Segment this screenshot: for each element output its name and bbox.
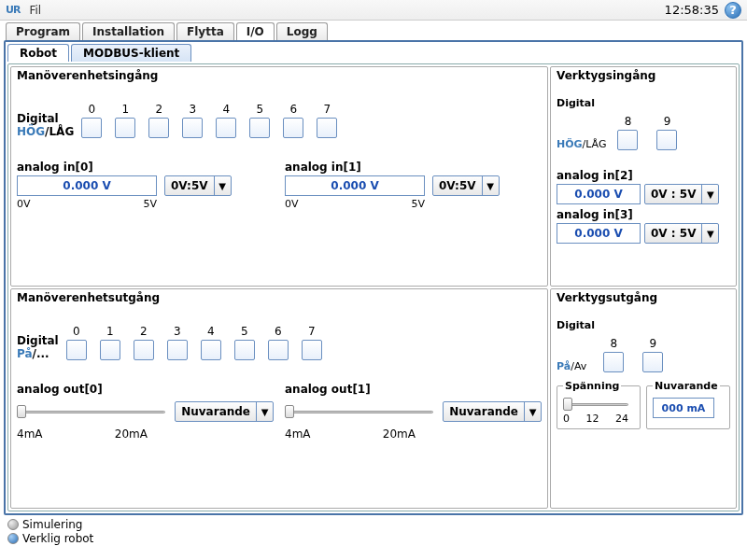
clock: 12:58:35: [665, 3, 719, 17]
voltage-legend: Spänning: [563, 380, 621, 392]
digital-label: Digital: [557, 319, 730, 331]
digital-input-6[interactable]: [283, 118, 303, 138]
digital-input-8[interactable]: [617, 130, 638, 150]
section-title: Manöverenhetsutgång: [17, 291, 542, 304]
dig-num: 5: [241, 325, 248, 338]
digital-output-0[interactable]: [66, 340, 87, 360]
digital-input-9[interactable]: [656, 130, 677, 150]
analog-out-0-slider[interactable]: [17, 405, 165, 418]
menu-file[interactable]: Fil: [29, 4, 41, 17]
tab-program[interactable]: Program: [6, 22, 80, 40]
analog-out-1-slider[interactable]: [285, 405, 433, 418]
analog-out-0-mode[interactable]: Nuvarande▼: [175, 401, 274, 422]
hog-label: HÖG: [17, 125, 45, 138]
digital-output-9[interactable]: [642, 352, 663, 372]
sub-tab-modbus[interactable]: MODBUS-klient: [71, 44, 191, 62]
scale-lo: 4mA: [17, 427, 43, 441]
digital-output-5[interactable]: [234, 340, 255, 360]
section-title: Verktygsingång: [557, 69, 730, 82]
tab-flytta[interactable]: Flytta: [176, 22, 234, 40]
scale-lo: 0V: [285, 198, 299, 210]
analog-out-1-label: analog out[1]: [285, 383, 542, 396]
dig-num: 8: [625, 115, 632, 128]
analog-in-0-range[interactable]: 0V:5V ▼: [164, 175, 232, 196]
dig-num: 8: [610, 337, 617, 350]
chevron-down-icon: ▼: [701, 224, 718, 243]
analog-in-1-value: 0.000 V: [285, 175, 425, 196]
simulation-indicator-icon[interactable]: [7, 519, 19, 530]
scale-hi: 20mA: [115, 427, 148, 441]
dig-num: 4: [222, 103, 230, 116]
dig-num: 9: [649, 337, 656, 350]
scale-lo: 0V: [17, 198, 31, 210]
slider-thumb[interactable]: [285, 405, 294, 418]
dig-num: 7: [308, 325, 316, 338]
lag-label: /LÅG: [583, 138, 607, 150]
section-tool-input: Verktygsingång Digital HÖG/LÅG 8 9 analo…: [550, 66, 737, 287]
analog-in-2-range[interactable]: 0V : 5V▼: [644, 184, 719, 204]
tick: 24: [615, 413, 628, 425]
current-value: 000 mA: [653, 398, 714, 418]
digital-label: Digital: [557, 97, 730, 109]
digital-output-7[interactable]: [302, 340, 322, 360]
chevron-down-icon: ▼: [256, 402, 273, 421]
slider-thumb[interactable]: [563, 398, 572, 411]
analog-in-3-label: analog in[3]: [557, 208, 730, 221]
voltage-group: Spänning 0 12 24: [557, 380, 641, 429]
realrobot-indicator-icon[interactable]: [7, 533, 19, 544]
analog-in-1: analog in[1] 0.000 V 0V:5V ▼ 0V5V: [285, 161, 542, 210]
section-controller-input: Manöverenhetsingång Digital HÖG/LÅG 0123…: [10, 66, 548, 287]
dig-num: 6: [275, 325, 282, 338]
voltage-slider[interactable]: [563, 398, 628, 411]
analog-in-0: analog in[0] 0.000 V 0V:5V ▼ 0V5V: [17, 161, 274, 210]
section-tool-output: Verktygsutgång Digital På/Av 8 9 Spännin…: [550, 288, 737, 509]
io-panel: Robot MODBUS-klient Manöverenhetsingång …: [4, 40, 743, 515]
digital-input-row: Digital HÖG/LÅG 01234567: [17, 103, 542, 138]
analog-in-2-value: 0.000 V: [557, 184, 641, 204]
sub-tab-robot[interactable]: Robot: [7, 44, 69, 62]
dig-num: 5: [256, 103, 263, 116]
ur-logo: UR: [6, 4, 20, 16]
digital-input-7[interactable]: [317, 118, 337, 138]
lag-label: /LÅG: [45, 125, 74, 138]
digital-input-1[interactable]: [115, 118, 135, 138]
av-label: /...: [33, 347, 49, 360]
digital-input-0[interactable]: [81, 118, 102, 138]
digital-output-6[interactable]: [268, 340, 289, 360]
analog-in-1-range[interactable]: 0V:5V ▼: [432, 175, 500, 196]
digital-input-5[interactable]: [249, 118, 270, 138]
digital-label: Digital: [17, 334, 59, 347]
section-controller-output: Manöverenhetsutgång Digital På/... 01234…: [10, 288, 548, 509]
digital-output-1[interactable]: [100, 340, 120, 360]
pa-label: På: [17, 347, 33, 360]
dig-num: 2: [155, 103, 162, 116]
dig-num: 1: [121, 103, 129, 116]
dig-num: 7: [323, 103, 331, 116]
pa-label: På: [557, 360, 571, 372]
help-icon[interactable]: ?: [725, 2, 741, 19]
digital-input-2[interactable]: [148, 118, 169, 138]
digital-output-3[interactable]: [167, 340, 188, 360]
tab-logg[interactable]: Logg: [276, 22, 328, 40]
realrobot-label: Verklig robot: [22, 532, 93, 545]
current-group: Nuvarande 000 mA: [646, 380, 730, 429]
analog-out-1-mode[interactable]: Nuvarande▼: [443, 401, 542, 422]
scale-hi: 5V: [143, 198, 157, 210]
analog-in-3-range[interactable]: 0V : 5V▼: [644, 223, 719, 244]
digital-output-8[interactable]: [603, 352, 624, 372]
digital-output-2[interactable]: [134, 340, 154, 360]
analog-in-0-value: 0.000 V: [17, 175, 157, 196]
section-title: Verktygsutgång: [557, 291, 730, 304]
analog-in-2-label: analog in[2]: [557, 169, 730, 182]
dig-num: 3: [189, 103, 196, 116]
analog-in-0-label: analog in[0]: [17, 161, 274, 174]
analog-in-1-label: analog in[1]: [285, 161, 542, 174]
digital-input-4[interactable]: [216, 118, 236, 138]
tab-installation[interactable]: Installation: [82, 22, 175, 40]
digital-input-3[interactable]: [182, 118, 203, 138]
tab-io[interactable]: I/O: [236, 22, 275, 40]
digital-output-4[interactable]: [201, 340, 221, 360]
slider-thumb[interactable]: [17, 405, 26, 418]
hog-label: HÖG: [557, 138, 583, 150]
digital-output-row: Digital På/... 01234567: [17, 325, 542, 360]
